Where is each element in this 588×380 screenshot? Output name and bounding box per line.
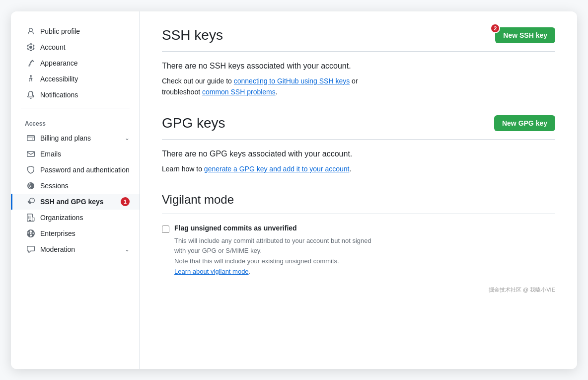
new-ssh-badge: 2: [490, 23, 500, 33]
sidebar-item-password-auth[interactable]: Password and authentication: [11, 162, 140, 178]
sidebar-item-label: Emails: [40, 150, 130, 158]
ssh-no-keys-message: There are no SSH keys associated with yo…: [162, 62, 555, 71]
gear-icon: [26, 43, 35, 52]
sidebar-item-label: Public profile: [40, 27, 130, 35]
shield-icon: [26, 165, 35, 174]
ssh-section-title: SSH keys: [162, 27, 223, 43]
sidebar-item-moderation[interactable]: Moderation ⌄: [11, 241, 140, 257]
sidebar-item-label: Enterprises: [40, 229, 130, 237]
ssh-guide-link[interactable]: connecting to GitHub using SSH keys: [234, 77, 350, 85]
credit-card-icon: [26, 134, 35, 143]
sidebar-item-ssh-gpg[interactable]: SSH and GPG keys 1: [11, 194, 140, 210]
ssh-guide-before: Check out our guide to: [162, 77, 234, 85]
gpg-divider: [162, 139, 555, 140]
chevron-down-icon: ⌄: [125, 246, 130, 253]
bell-icon: [26, 90, 35, 99]
gpg-section-title: GPG keys: [162, 115, 225, 131]
user-icon: [26, 27, 35, 36]
paintbrush-icon: [26, 59, 35, 68]
gpg-learn-before: Learn how to: [162, 165, 204, 173]
sidebar-item-emails[interactable]: Emails: [11, 146, 140, 162]
accessibility-icon: [26, 75, 35, 83]
sidebar-item-appearance[interactable]: Appearance: [11, 55, 140, 71]
gpg-learn-link[interactable]: generate a GPG key and add it to your ac…: [204, 165, 350, 173]
ssh-troubleshoot-after: .: [276, 88, 278, 96]
watermark: 掘金技术社区 @ 我嗑小VIE: [162, 286, 555, 294]
sidebar-item-accessibility[interactable]: Accessibility: [11, 71, 140, 87]
flag-unsigned-checkbox[interactable]: [162, 226, 169, 233]
new-ssh-key-button[interactable]: 2 New SSH key: [495, 27, 555, 43]
gpg-section-header: GPG keys New GPG key: [162, 115, 555, 131]
vigilant-desc-line1: This will include any commit attributed …: [174, 237, 371, 244]
sidebar-item-organizations[interactable]: Organizations: [11, 210, 140, 226]
new-ssh-key-label: New SSH key: [503, 31, 547, 39]
broadcast-icon: [26, 181, 35, 190]
sidebar-item-billing[interactable]: Billing and plans ⌄: [11, 130, 140, 146]
sidebar-item-label: Accessibility: [40, 75, 130, 83]
sidebar-item-label: Notifications: [40, 91, 130, 99]
ssh-section-header: SSH keys 2 New SSH key: [162, 27, 555, 43]
ssh-troubleshoot-before: troubleshoot: [162, 88, 202, 96]
ssh-section: SSH keys 2 New SSH key There are no SSH …: [162, 27, 555, 98]
vigilant-desc-line2: with your GPG or S/MIME key.: [174, 247, 262, 254]
sidebar-item-label: Billing and plans: [40, 134, 120, 142]
sidebar-divider: [21, 108, 130, 108]
main-content: SSH keys 2 New SSH key There are no SSH …: [140, 11, 577, 369]
chevron-down-icon: ⌄: [125, 135, 130, 142]
ssh-troubleshoot-link[interactable]: common SSH problems: [202, 88, 276, 96]
organization-icon: [26, 213, 35, 222]
vigilant-title: Vigilant mode: [162, 193, 555, 207]
sidebar-item-account[interactable]: Account: [11, 39, 140, 55]
sidebar-item-notifications[interactable]: Notifications: [11, 87, 140, 103]
gpg-learn-after: .: [349, 165, 351, 173]
gpg-learn-text: Learn how to generate a GPG key and add …: [162, 163, 555, 174]
key-icon: [26, 197, 35, 206]
sidebar: Public profile Account Appearance Access…: [11, 11, 140, 369]
ssh-guide-text: Check out our guide to connecting to Git…: [162, 76, 555, 98]
app-window: Public profile Account Appearance Access…: [11, 11, 577, 369]
gpg-section: GPG keys New GPG key There are no GPG ke…: [162, 115, 555, 174]
new-gpg-key-button[interactable]: New GPG key: [494, 115, 555, 131]
access-section-label: Access: [11, 113, 140, 130]
sidebar-item-label: Sessions: [40, 182, 130, 190]
vigilant-section: Vigilant mode Flag unsigned commits as u…: [162, 193, 555, 294]
vigilant-checkbox-row: Flag unsigned commits as unverified: [162, 224, 555, 233]
sidebar-item-label: Appearance: [40, 59, 130, 67]
flag-unsigned-label[interactable]: Flag unsigned commits as unverified: [174, 224, 297, 232]
mail-icon: [26, 150, 35, 158]
globe-icon: [26, 229, 35, 238]
sidebar-item-public-profile[interactable]: Public profile: [11, 23, 140, 39]
sidebar-item-sessions[interactable]: Sessions: [11, 178, 140, 194]
sidebar-item-label: SSH and GPG keys: [40, 198, 116, 206]
ssh-guide-after: or: [350, 77, 358, 85]
sidebar-item-label: Organizations: [40, 214, 130, 222]
vigilant-learn-link[interactable]: Learn about vigilant mode: [174, 268, 249, 275]
comment-icon: [26, 245, 35, 254]
ssh-divider: [162, 51, 555, 52]
sidebar-item-label: Password and authentication: [40, 166, 130, 174]
vigilant-desc-line3: Note that this will include your existin…: [174, 257, 339, 265]
ssh-gpg-badge: 1: [121, 197, 130, 206]
vigilant-description: This will include any commit attributed …: [174, 236, 555, 277]
sidebar-item-label: Account: [40, 43, 130, 51]
sidebar-item-label: Moderation: [40, 245, 120, 253]
new-gpg-key-label: New GPG key: [502, 119, 547, 127]
sidebar-item-enterprises[interactable]: Enterprises: [11, 226, 140, 241]
vigilant-learn-after: .: [249, 268, 251, 275]
gpg-no-keys-message: There are no GPG keys associated with yo…: [162, 150, 555, 158]
vigilant-divider: [162, 214, 555, 214]
